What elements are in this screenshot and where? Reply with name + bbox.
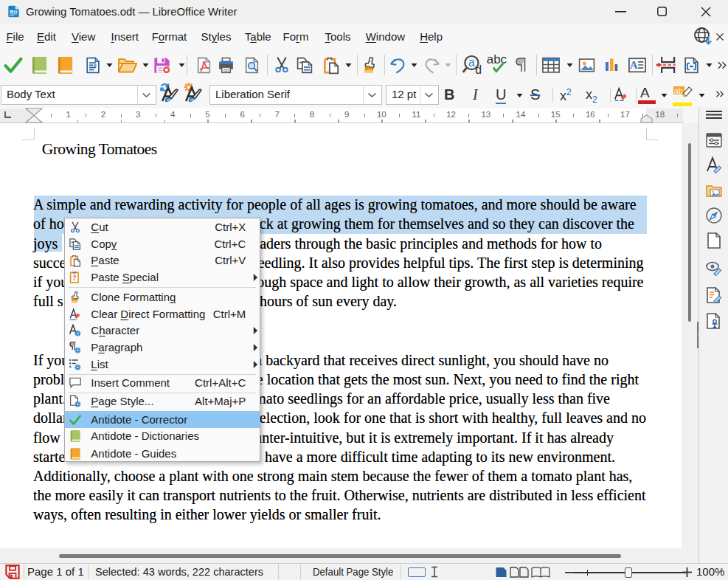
svg-text:ab: ab (674, 86, 683, 95)
svg-text:d: d (475, 63, 482, 75)
svg-text:A: A (630, 58, 638, 71)
svg-text:a: a (468, 56, 475, 69)
svg-text:abc: abc (487, 55, 507, 66)
svg-text:?: ? (73, 273, 77, 281)
